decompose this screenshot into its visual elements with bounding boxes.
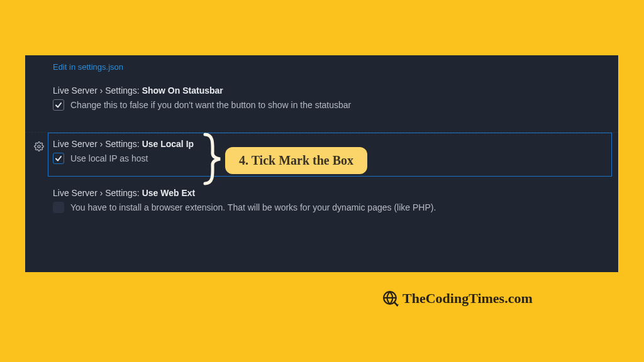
setting-title: Live Server › Settings: Use Web Ext [53,188,618,198]
setting-description: You have to install a browser extension.… [70,202,436,212]
watermark-text: TheCodingTimes.com [402,290,533,307]
setting-show-on-statusbar: Live Server › Settings: Show On Statusba… [53,85,618,118]
setting-use-local-ip: Live Server › Settings: Use Local Ip Use… [25,132,618,174]
setting-title: Live Server › Settings: Use Local Ip [53,139,618,149]
setting-name: Use Local Ip [142,139,194,149]
setting-title: Live Server › Settings: Show On Statusba… [53,85,618,96]
edit-settings-json-link[interactable]: Edit in settings.json [53,62,123,72]
checkbox-use-web-ext[interactable] [53,202,64,213]
svg-point-0 [38,145,40,148]
globe-icon [382,290,399,307]
setting-use-web-ext: Live Server › Settings: Use Web Ext You … [53,188,618,221]
setting-name: Show On Statusbar [142,85,223,96]
setting-prefix: Live Server › Settings: [53,188,142,198]
watermark: TheCodingTimes.com [382,290,533,307]
setting-prefix: Live Server › Settings: [53,139,142,149]
setting-name: Use Web Ext [142,188,196,198]
gear-icon[interactable] [34,141,44,153]
setting-description: Change this to false if you don't want t… [70,100,351,110]
checkbox-use-local-ip[interactable] [53,153,64,164]
setting-prefix: Live Server › Settings: [53,85,142,96]
setting-description: Use local IP as host [70,153,148,163]
checkbox-show-on-statusbar[interactable] [53,99,64,111]
settings-panel: Edit in settings.json Live Server › Sett… [25,55,618,272]
